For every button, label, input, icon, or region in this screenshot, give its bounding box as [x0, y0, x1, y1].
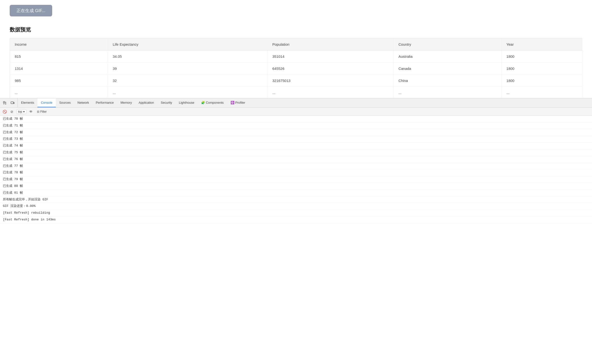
table-cell-0-4: 1800: [501, 51, 582, 63]
tab-application[interactable]: Application: [135, 98, 158, 107]
console-line: 已生成 71 帧: [0, 123, 592, 129]
tab-profiler[interactable]: ⚛️ Profiler: [227, 98, 249, 107]
devtools-tabs: Elements Console Sources Network Perform…: [18, 98, 592, 107]
devtools-tab-bar: Elements Console Sources Network Perform…: [0, 98, 592, 108]
context-dropdown-icon: ▾: [23, 110, 25, 113]
table-cell-3-2: ...: [267, 87, 393, 99]
components-icon: 🧩: [201, 101, 205, 104]
tab-sources[interactable]: Sources: [56, 98, 74, 107]
console-line: 已生成 81 帧: [0, 190, 592, 197]
table-cell-1-3: Canada: [393, 63, 501, 75]
eye-button[interactable]: 👁: [28, 109, 34, 114]
table-cell-2-4: 1800: [501, 75, 582, 87]
tab-network[interactable]: Network: [74, 98, 93, 107]
tab-console-label: Console: [41, 101, 52, 104]
generate-gif-button[interactable]: 正在生成 GIF...: [10, 5, 52, 16]
tab-elements-label: Elements: [21, 101, 34, 104]
tab-security[interactable]: Security: [157, 98, 175, 107]
tab-performance-label: Performance: [96, 101, 114, 104]
svg-rect-0: [3, 102, 5, 103]
table-cell-0-0: 815: [10, 51, 108, 63]
console-line: 已生成 76 帧: [0, 156, 592, 163]
table-row: 81534.05351014Australia1800: [10, 51, 582, 63]
tab-components-label: Components: [206, 101, 224, 104]
tab-sources-label: Sources: [59, 101, 71, 104]
filter-icon: ⊟: [37, 110, 39, 113]
clear-console-button[interactable]: 🚫: [2, 109, 7, 114]
table-cell-3-1: ...: [108, 87, 267, 99]
main-content: 正在生成 GIF... 数据预览 Income Life Expectancy …: [0, 0, 592, 99]
table-row: ...............: [10, 87, 582, 99]
tab-lighthouse[interactable]: Lighthouse: [175, 98, 198, 107]
device-toolbar-icon[interactable]: [9, 100, 16, 106]
tab-components[interactable]: 🧩 Components: [198, 98, 227, 107]
console-line: [Fast Refresh] rebuilding: [0, 210, 592, 217]
tab-console[interactable]: Console: [37, 98, 56, 107]
col-header-income: Income: [10, 38, 108, 51]
col-header-population: Population: [267, 38, 393, 51]
console-line: 已生成 70 帧: [0, 116, 592, 123]
devtools-icon-group: [0, 98, 18, 107]
console-line: 已生成 75 帧: [0, 149, 592, 156]
tab-lighthouse-label: Lighthouse: [179, 101, 194, 104]
table-cell-1-1: 39: [108, 63, 267, 75]
tab-network-label: Network: [78, 101, 89, 104]
console-line: 已生成 73 帧: [0, 136, 592, 143]
svg-rect-7: [14, 102, 14, 104]
tab-profiler-label: Profiler: [235, 101, 245, 104]
console-line: [Fast Refresh] done in 143ms: [0, 217, 592, 223]
devtools-panel: Elements Console Sources Network Perform…: [0, 98, 592, 364]
console-line: 已生成 80 帧: [0, 183, 592, 190]
context-value: top: [18, 110, 22, 113]
table-cell-1-0: 1314: [10, 63, 108, 75]
console-line: 所有帧生成完毕，开始渲染 GIF: [0, 197, 592, 203]
console-output[interactable]: 已生成 70 帧已生成 71 帧已生成 72 帧已生成 73 帧已生成 74 帧…: [0, 116, 592, 364]
section-title: 数据预览: [10, 26, 582, 33]
tab-elements[interactable]: Elements: [18, 98, 37, 107]
tab-memory[interactable]: Memory: [117, 98, 135, 107]
tab-memory-label: Memory: [121, 101, 132, 104]
tab-security-label: Security: [161, 101, 172, 104]
console-line: 已生成 72 帧: [0, 129, 592, 136]
table-cell-2-3: China: [393, 75, 501, 87]
col-header-country: Country: [393, 38, 501, 51]
console-line: 已生成 79 帧: [0, 176, 592, 183]
console-toolbar: 🚫 ⊘ top ▾ 👁 ⊟ Filter: [0, 108, 592, 116]
context-selector[interactable]: top ▾: [16, 109, 26, 114]
table-cell-0-2: 351014: [267, 51, 393, 63]
col-header-life-expectancy: Life Expectancy: [108, 38, 267, 51]
table-row: 98532321675013China1800: [10, 75, 582, 87]
preserve-log-button[interactable]: ⊘: [9, 109, 14, 114]
console-line: 已生成 77 帧: [0, 163, 592, 170]
tab-performance[interactable]: Performance: [92, 98, 117, 107]
table-cell-1-2: 645526: [267, 63, 393, 75]
profiler-icon: ⚛️: [231, 101, 234, 104]
tab-application-label: Application: [139, 101, 154, 104]
table-cell-2-2: 321675013: [267, 75, 393, 87]
table-cell-0-3: Australia: [393, 51, 501, 63]
table-cell-1-4: 1800: [501, 63, 582, 75]
inspect-element-icon[interactable]: [1, 100, 8, 106]
console-line: 已生成 74 帧: [0, 143, 592, 149]
table-row: 131439645526Canada1800: [10, 63, 582, 75]
table-cell-0-1: 34.05: [108, 51, 267, 63]
table-cell-3-0: ...: [10, 87, 108, 99]
console-line: 已生成 78 帧: [0, 169, 592, 176]
col-header-year: Year: [501, 38, 582, 51]
filter-label: Filter: [40, 110, 47, 113]
table-cell-2-1: 32: [108, 75, 267, 87]
data-table: Income Life Expectancy Population Countr…: [10, 38, 582, 99]
table-cell-2-0: 985: [10, 75, 108, 87]
console-line: GIF 渲染进度：0.00%: [0, 203, 592, 210]
table-cell-3-4: ...: [501, 87, 582, 99]
table-cell-3-3: ...: [393, 87, 501, 99]
svg-rect-6: [11, 102, 13, 104]
filter-button[interactable]: ⊟ Filter: [36, 109, 48, 114]
